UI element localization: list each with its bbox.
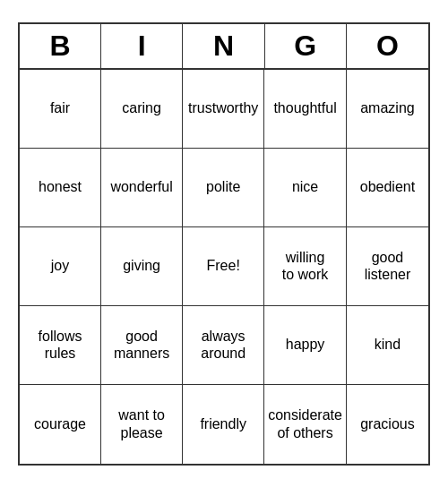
cell-text: trustworthy: [188, 99, 258, 116]
bingo-cell: polite: [183, 149, 264, 227]
cell-text: gracious: [360, 415, 414, 432]
bingo-cell: joy: [20, 227, 101, 306]
cell-text: good manners: [114, 328, 169, 362]
cell-text: joy: [51, 257, 69, 274]
bingo-cell: friendly: [183, 385, 264, 464]
cell-text: considerate of others: [268, 406, 342, 440]
bingo-cell: Free!: [183, 227, 264, 306]
bingo-cell: amazing: [347, 70, 428, 149]
bingo-cell: always around: [183, 306, 264, 385]
cell-text: friendly: [200, 415, 246, 432]
bingo-cell: caring: [101, 70, 183, 149]
header-letter: B: [20, 24, 101, 68]
cell-text: fair: [50, 99, 70, 116]
bingo-cell: courage: [20, 385, 101, 464]
cell-text: caring: [122, 99, 161, 116]
bingo-cell: willing to work: [264, 227, 347, 306]
bingo-cell: happy: [264, 306, 347, 385]
cell-text: want to please: [118, 406, 165, 440]
bingo-cell: follows rules: [20, 306, 101, 385]
cell-text: always around: [201, 328, 246, 362]
cell-text: good listener: [365, 249, 411, 283]
header-letter: O: [347, 24, 428, 68]
bingo-cell: good listener: [347, 227, 428, 306]
bingo-cell: nice: [264, 149, 347, 227]
cell-text: amazing: [360, 99, 414, 116]
bingo-cell: wonderful: [101, 149, 183, 227]
cell-text: courage: [34, 415, 86, 432]
bingo-cell: kind: [347, 306, 428, 385]
cell-text: thoughtful: [273, 99, 336, 116]
cell-text: follows rules: [39, 328, 82, 362]
bingo-cell: considerate of others: [264, 385, 347, 464]
cell-text: polite: [206, 178, 240, 195]
bingo-cell: gracious: [347, 385, 428, 464]
cell-text: Free!: [207, 257, 240, 274]
cell-text: obedient: [360, 178, 415, 195]
cell-text: kind: [375, 336, 401, 353]
header-letter: G: [265, 24, 347, 68]
bingo-grid: faircaringtrustworthythoughtfulamazingho…: [20, 70, 428, 464]
cell-text: wonderful: [110, 178, 172, 195]
header-letter: N: [183, 24, 264, 68]
bingo-cell: good manners: [101, 306, 183, 385]
cell-text: nice: [292, 178, 318, 195]
cell-text: honest: [39, 178, 82, 195]
cell-text: giving: [123, 257, 160, 274]
header-letter: I: [101, 24, 183, 68]
cell-text: willing to work: [282, 249, 329, 283]
bingo-cell: fair: [20, 70, 101, 149]
bingo-cell: thoughtful: [264, 70, 347, 149]
cell-text: happy: [286, 336, 325, 353]
bingo-cell: honest: [20, 149, 101, 227]
bingo-header: BINGO: [20, 24, 428, 70]
bingo-cell: trustworthy: [183, 70, 264, 149]
bingo-card: BINGO faircaringtrustworthythoughtfulama…: [18, 22, 430, 466]
bingo-cell: obedient: [347, 149, 428, 227]
bingo-cell: want to please: [101, 385, 183, 464]
bingo-cell: giving: [101, 227, 183, 306]
